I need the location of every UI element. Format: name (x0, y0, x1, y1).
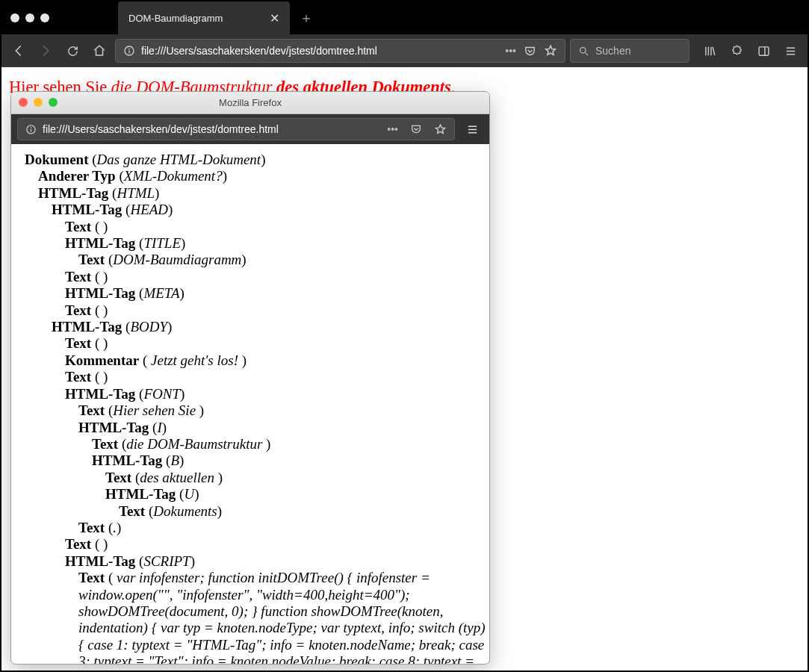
tree-node: Text (des aktuellen ) (13, 470, 489, 486)
node-info (99, 302, 103, 318)
node-label: HTML-Tag (52, 319, 122, 335)
popup-titlebar[interactable]: Mozilla Firefox (11, 92, 489, 114)
node-label: Text (105, 470, 131, 485)
node-info: U (184, 486, 194, 502)
tree-node: HTML-Tag (B) (13, 452, 489, 469)
popup-urlbar[interactable]: file:///Users/saschakersken/dev/jstest/d… (17, 118, 455, 140)
search-box[interactable]: Suchen (570, 39, 689, 63)
node-label: Text (119, 503, 145, 519)
sidebar-button[interactable] (752, 40, 775, 62)
tree-node: Kommentar ( Jetzt geht's los! ) (13, 352, 489, 369)
node-info: Dokuments (153, 503, 217, 519)
popup-navbar: file:///Users/saschakersken/dev/jstest/d… (11, 114, 489, 144)
tree-node: Dokument (Das ganze HTML-Dokument) (13, 152, 489, 168)
svg-point-8 (31, 127, 32, 128)
node-info: TITLE (143, 235, 181, 251)
puzzle-icon (731, 45, 743, 57)
home-button[interactable] (88, 40, 111, 62)
tab-title: DOM-Baumdiagramm (128, 13, 223, 24)
traffic-max-icon[interactable] (40, 13, 49, 22)
node-label: Text (78, 570, 105, 585)
node-label: Text (65, 269, 91, 284)
tree-node: HTML-Tag (BODY) (13, 319, 489, 335)
node-label: Text (78, 520, 105, 535)
tree-node: Anderer Typ (XML-Dokument?) (13, 168, 489, 184)
popup-content: Dokument (Das ganze HTML-Dokument)Andere… (11, 144, 489, 664)
popup-menu-button[interactable] (461, 118, 483, 140)
tree-node: Text ( ) (13, 302, 489, 319)
svg-line-4 (585, 52, 588, 55)
node-label: HTML-Tag (78, 420, 149, 435)
more-icon[interactable]: ••• (387, 123, 398, 135)
url-text: file:///Users/saschakersken/dev/jstest/d… (141, 45, 499, 57)
tree-node: HTML-Tag (FONT) (13, 386, 489, 402)
node-label: HTML-Tag (65, 553, 135, 569)
tree-node: HTML-Tag (META) (13, 285, 489, 302)
node-info: I (157, 420, 161, 435)
svg-rect-9 (31, 128, 31, 131)
node-label: HTML-Tag (38, 185, 108, 201)
close-icon[interactable]: ✕ (270, 11, 279, 25)
nav-toolbar: file:///Users/saschakersken/dev/jstest/d… (1, 34, 808, 67)
node-info: DOM-Baumdiagramm (113, 252, 241, 267)
pocket-icon[interactable] (410, 123, 422, 135)
node-info: XML-Dokument? (124, 168, 223, 184)
node-info: HEAD (130, 202, 168, 217)
traffic-min-icon[interactable] (34, 98, 43, 107)
traffic-close-icon[interactable] (10, 13, 19, 22)
node-info: . (113, 520, 117, 535)
node-info: Das ganze HTML-Dokument (97, 152, 261, 167)
node-info (99, 536, 103, 552)
info-icon (25, 124, 37, 135)
more-icon[interactable]: ••• (505, 45, 516, 57)
node-info: HTML (117, 185, 155, 201)
popup-url-text: file:///Users/saschakersken/dev/jstest/d… (43, 123, 381, 135)
search-placeholder: Suchen (595, 45, 630, 57)
reload-button[interactable] (61, 40, 84, 62)
tree-node: HTML-Tag (SCRIPT) (13, 553, 489, 570)
tab-active[interactable]: DOM-Baumdiagramm ✕ (118, 1, 290, 34)
node-info: Hier sehen Sie (113, 402, 199, 418)
tree-node: Text ( ) (13, 269, 489, 285)
svg-point-1 (128, 48, 130, 49)
node-label: Text (78, 402, 105, 418)
url-bar[interactable]: file:///Users/saschakersken/dev/jstest/d… (115, 39, 565, 63)
tree-node: Text ( ) (13, 335, 489, 352)
star-icon[interactable] (544, 44, 557, 57)
new-tab-button[interactable]: ＋ (290, 1, 323, 34)
node-label: Text (65, 536, 91, 552)
tree-node: HTML-Tag (HTML) (13, 185, 489, 202)
star-icon[interactable] (434, 123, 447, 136)
hamburger-icon (466, 123, 479, 136)
node-label: Text (65, 335, 91, 351)
tree-node: Text (DOM-Baumdiagramm) (13, 252, 489, 268)
node-label: HTML-Tag (105, 486, 176, 502)
library-button[interactable] (698, 40, 721, 62)
tree-node: Text (die DOM-Baumstruktur ) (13, 436, 489, 452)
svg-point-3 (580, 47, 586, 53)
info-icon (123, 45, 135, 57)
extension-button[interactable] (725, 40, 748, 62)
popup-window: Mozilla Firefox file:///Users/saschakers… (10, 91, 490, 665)
menu-button[interactable] (779, 40, 802, 62)
node-info: var infofenster; function initDOMTree() … (78, 570, 486, 664)
traffic-close-icon[interactable] (19, 98, 28, 107)
forward-button[interactable] (34, 40, 57, 62)
node-info (99, 269, 103, 284)
traffic-lights (10, 13, 49, 22)
search-icon (578, 46, 589, 57)
pocket-icon[interactable] (524, 45, 536, 57)
tree-node: Text ( var infofenster; function initDOM… (13, 570, 489, 664)
window-titlebar: DOM-Baumdiagramm ✕ ＋ (1, 1, 808, 34)
node-label: HTML-Tag (65, 235, 135, 251)
traffic-max-icon[interactable] (49, 98, 58, 107)
node-info: des aktuellen (140, 470, 217, 485)
node-info (99, 369, 103, 385)
back-button[interactable] (7, 40, 30, 62)
tree-node: Text (.) (13, 520, 489, 536)
traffic-min-icon[interactable] (25, 13, 34, 22)
node-label: HTML-Tag (52, 202, 122, 217)
tree-node: Text ( ) (13, 536, 489, 553)
node-info (99, 335, 103, 351)
node-label: Dokument (25, 152, 89, 167)
